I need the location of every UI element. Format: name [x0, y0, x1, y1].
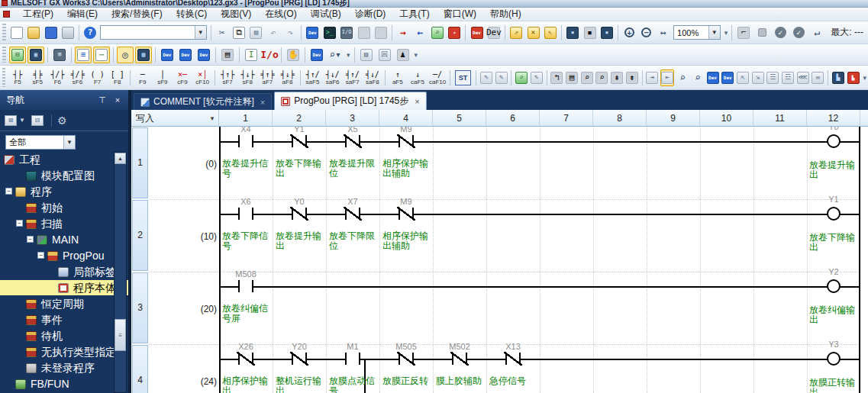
ladder-editor[interactable]: 1 (0) X4放卷提升信号 Y1放卷下降输出 X5放卷提升限位 M9相序保护输…	[131, 127, 868, 393]
save-button[interactable]	[43, 24, 58, 41]
contact-m508[interactable]: M508放卷纠偏信号屏	[238, 280, 253, 292]
open-branch-button[interactable]: ╡╞sF5	[28, 68, 47, 88]
coil-button[interactable]: ( )F7	[89, 68, 107, 88]
monitor-write-button[interactable]: ▪	[599, 24, 615, 41]
mode-cell[interactable]: 写入 ▼	[131, 110, 219, 127]
toolbar-overflow-icon[interactable]: ▾	[347, 51, 350, 59]
menu-online[interactable]: 在线(O)	[258, 7, 303, 21]
contact-m1[interactable]: M1放膜点动信号	[345, 353, 360, 365]
wrap-delete-button[interactable]: ⇤	[660, 69, 674, 86]
toolbar-overflow-icon[interactable]: ▾	[724, 29, 728, 37]
menu-debug[interactable]: 调试(B)	[304, 7, 348, 21]
collapse-box-icon[interactable]: −	[27, 236, 34, 243]
toolbar-overflow-icon[interactable]: ▾	[415, 51, 418, 59]
check-2-button[interactable]: ✓	[790, 24, 807, 41]
settings-gear-icon[interactable]: ⚙	[57, 114, 67, 127]
vertical-line-button[interactable]: │sF9	[153, 68, 172, 88]
tab-progpou[interactable]: ProgPou [PRG] [LD] 1745步 ×	[274, 92, 427, 110]
menu-help[interactable]: 帮助(H)	[483, 7, 528, 21]
falling-pulse-button[interactable]: ┤↓├sF8	[238, 68, 257, 88]
label-edit-button[interactable]: I	[243, 47, 260, 63]
tree-item-main[interactable]: −MAIN	[0, 232, 128, 247]
contact-y1[interactable]: Y1放卷下降输出	[292, 135, 307, 147]
rising-pulse-branch-button[interactable]: ╡↑╞aF7	[258, 68, 276, 88]
toolbar-grip[interactable]	[2, 24, 6, 41]
device-find-button[interactable]: Dev	[469, 24, 484, 41]
open-project-button[interactable]	[26, 24, 41, 41]
find-next-button[interactable]: ⌕	[595, 69, 609, 86]
menu-window[interactable]: 窗口(W)	[437, 7, 483, 21]
pulse-up-op-button[interactable]: ↑aF5	[389, 68, 407, 88]
wrap-create-button[interactable]: ⇥	[645, 69, 659, 86]
collapse-box-icon[interactable]: −	[37, 252, 44, 259]
monitor-save-button[interactable]: ▦	[135, 47, 152, 63]
io-check-button[interactable]: I/o	[261, 47, 278, 63]
tree-item-program[interactable]: −程序	[0, 184, 128, 199]
tree-item-project[interactable]: 工程	[0, 152, 128, 167]
stop-button[interactable]	[753, 24, 770, 41]
chevron-down-icon[interactable]: ▼	[19, 117, 25, 124]
zoom-out-button[interactable]: −	[638, 24, 653, 41]
tree-item-unregistered[interactable]: 未登录程序	[0, 360, 128, 375]
monitor-start-button[interactable]: ▪	[565, 24, 580, 41]
tree-item-standby[interactable]: 待机	[0, 328, 128, 343]
write-to-plc-button[interactable]: →	[395, 24, 411, 41]
falling-pulse-close-button[interactable]: ┤↓/saF6	[324, 68, 342, 88]
ladder-rung-2[interactable]: 2 (10) X6放卷下降信号 Y0放卷提升输出 X7放卷下降限位 M9相序保护…	[131, 199, 868, 272]
toolbar-grip[interactable]	[2, 68, 5, 87]
insert-row-button[interactable]: ⇞	[610, 69, 624, 86]
toolbar-grip[interactable]	[2, 47, 6, 63]
application-instruction-button[interactable]: [ ]F8	[108, 68, 127, 88]
delete-horizontal-line-button[interactable]: ×─cF9	[173, 68, 192, 88]
menu-search-replace[interactable]: 搜索/替换(F)	[105, 7, 169, 21]
device-monitor-button[interactable]: Dev	[706, 69, 720, 86]
fb-convert-button[interactable]: ▙	[847, 69, 860, 86]
statement-display-button[interactable]: ⋯	[93, 47, 110, 63]
align-top-button[interactable]: ☰	[766, 69, 780, 86]
open-contact-button[interactable]: ┤├F5	[8, 68, 27, 88]
verify-2-button[interactable]: ⌕	[447, 24, 462, 41]
tree-item-fbfun[interactable]: FB/FUN	[0, 376, 128, 391]
inline-st-button[interactable]: ST	[455, 70, 471, 85]
device-display-button[interactable]: Dev	[308, 47, 325, 63]
push-out-button[interactable]: ⇲	[751, 69, 765, 86]
chevron-down-icon[interactable]: ▼	[195, 26, 206, 39]
comment-jump-button[interactable]: ✉	[812, 69, 825, 86]
menu-edit[interactable]: 编辑(E)	[60, 7, 105, 21]
fit-width-button[interactable]: ↔	[656, 24, 671, 41]
rising-pulse-close-branch-button[interactable]: ╡↑/saF7	[344, 68, 362, 88]
closed-contact-button[interactable]: ┤/├F6	[48, 68, 66, 88]
tree-item-scan[interactable]: −扫描	[0, 216, 128, 231]
edit-comment-button[interactable]: ✎	[479, 69, 493, 86]
menu-convert[interactable]: 转换(C)	[169, 7, 215, 21]
coil-y2[interactable]: Y2放卷纠偏输出	[827, 279, 841, 293]
coil-y1[interactable]: Y1放卷下降输出	[827, 207, 841, 221]
tree-item-initial[interactable]: 初始	[0, 200, 128, 215]
find-contact-button[interactable]: ⌕	[676, 69, 689, 86]
find-coil-button[interactable]: ⌕	[691, 69, 705, 86]
fb-instance-button[interactable]: ▙	[831, 69, 845, 86]
tree-item-no-exec-type[interactable]: 无执行类型指定	[0, 344, 128, 359]
menu-view[interactable]: 视图(V)	[214, 7, 258, 21]
check-1-button[interactable]: ✓	[772, 24, 789, 41]
find-prev-button[interactable]: ⌕	[580, 69, 594, 86]
device-write-button[interactable]: Dev	[721, 69, 734, 86]
contact-y0[interactable]: Y0放卷提升输出	[292, 208, 307, 220]
contact-m502[interactable]: M502膜上胶辅助	[452, 353, 467, 365]
enter-button[interactable]: ↵	[808, 24, 825, 41]
jump-next-button[interactable]: ⇖	[543, 24, 558, 41]
align-bottom-button[interactable]: ☲	[781, 69, 795, 86]
device-search-button[interactable]: Dev	[159, 47, 176, 63]
user-button[interactable]: ♟	[395, 47, 411, 63]
ladder-rung-1[interactable]: 1 (0) X4放卷提升信号 Y1放卷下降输出 X5放卷提升限位 M9相序保护输…	[131, 127, 868, 199]
scroll-up-icon[interactable]: ▲	[115, 153, 126, 164]
find-replace-button[interactable]: ⌕	[515, 69, 528, 86]
verify-button[interactable]: ⌕	[430, 24, 445, 41]
undo-button[interactable]: ↶	[266, 24, 281, 41]
cut-button[interactable]: ✂	[215, 24, 230, 41]
falling-pulse-close-branch-button[interactable]: ╡↓/saF8	[363, 68, 382, 88]
chevron-down-icon[interactable]: ▼	[63, 136, 75, 149]
device-batch-button[interactable]: Dev	[177, 47, 194, 63]
tab-comment[interactable]: COMMENT [软元件注释] ×	[134, 93, 272, 110]
chevron-down-icon[interactable]: ▼	[708, 26, 720, 39]
